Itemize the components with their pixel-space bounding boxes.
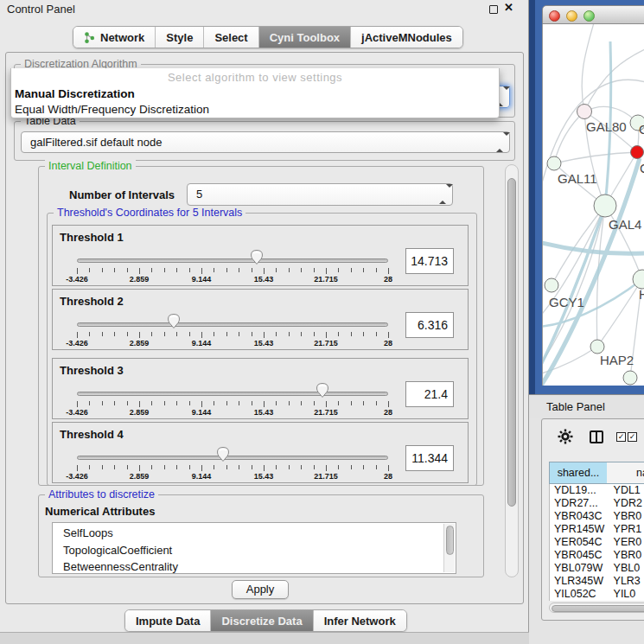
slider-thumb[interactable] (250, 249, 264, 265)
tab-style[interactable]: Style (156, 27, 204, 48)
dropdown-option-manual-discretization[interactable]: Manual Discretization (15, 87, 135, 100)
slider-tick (326, 465, 327, 471)
slider-tick (214, 268, 214, 272)
table-row[interactable]: YPR145WYPR1 (550, 523, 644, 536)
zoom-traffic-light[interactable] (583, 10, 595, 22)
slider-tick (264, 268, 265, 274)
network-node-gal80[interactable] (577, 105, 592, 119)
slider-track[interactable] (77, 322, 388, 327)
tab-cyni-toolbox[interactable]: Cyni Toolbox (259, 27, 351, 48)
table-row[interactable]: YER054CYER0 (550, 536, 644, 549)
network-graph[interactable]: GAL80G.CGAL11GAL4GCY1HHAP2 (543, 24, 644, 386)
table-cell[interactable]: YBR043C (550, 510, 608, 523)
table-cell[interactable]: YDR2 (608, 497, 644, 510)
checkbox-icon[interactable]: ✓ (616, 432, 626, 442)
slider-thumb[interactable] (316, 382, 329, 399)
slider-tick (338, 332, 339, 336)
table-cell[interactable]: YPR1 (608, 523, 644, 536)
threshold-label: Threshold 4 (60, 428, 124, 441)
slider-tick (226, 332, 227, 336)
table-cell[interactable]: YDL19... (550, 484, 608, 497)
network-node-gal11[interactable] (547, 156, 561, 170)
tab-select[interactable]: Select (204, 27, 258, 48)
attribute-item-betweennesscentrality[interactable]: BetweennessCentrality (53, 558, 456, 574)
table-row[interactable]: YIL052CYIL0 (550, 588, 644, 601)
slider-tick-label: 9.144 (192, 408, 212, 417)
table-row[interactable]: YLR345WYLR3 (550, 575, 644, 588)
slider-tick (351, 268, 352, 272)
desktop-edge (529, 0, 535, 394)
close-icon[interactable]: ✕ (504, 1, 513, 14)
table-cell[interactable]: YIL0 (608, 588, 644, 601)
network-node-label-gal-top-right: G. (639, 122, 644, 137)
slider-track[interactable] (77, 258, 388, 263)
table-row[interactable]: YBR045CYBR0 (550, 549, 644, 562)
attribute-item-selfloops[interactable]: SelfLoops (53, 525, 456, 542)
tab-network[interactable]: Network (73, 27, 156, 48)
slider-thumb[interactable] (216, 446, 230, 462)
table-cell[interactable]: YBL0 (608, 562, 644, 575)
close-traffic-light[interactable] (549, 10, 560, 22)
float-window-icon[interactable] (489, 5, 498, 14)
table-cell[interactable]: YBR0 (608, 510, 644, 523)
checkbox-icon[interactable]: ✓ (628, 432, 637, 442)
settings-scrollbar[interactable] (505, 164, 519, 577)
slider-tick (351, 465, 352, 469)
minimize-traffic-light[interactable] (566, 10, 577, 22)
tab-jactivemnodules[interactable]: jActiveMNodules (351, 27, 462, 48)
table-cell[interactable]: YER0 (608, 536, 644, 549)
tab-infer-network[interactable]: Infer Network (314, 610, 406, 631)
slider-tick-label: 2.859 (130, 472, 150, 481)
column-header-name[interactable]: na (607, 462, 644, 484)
table-cell[interactable]: YDR27... (550, 497, 608, 510)
table-row[interactable]: YDR27...YDR2 (550, 497, 644, 510)
threshold-value-field[interactable]: 11.344 (405, 445, 454, 471)
split-column-icon[interactable] (590, 430, 603, 443)
slider-tick (338, 401, 339, 405)
table-row[interactable]: YDL19...YDL1 (550, 484, 644, 497)
table-cell[interactable]: YBL079W (550, 562, 608, 575)
num-intervals-combobox[interactable]: 5 (187, 183, 453, 206)
table-cell[interactable]: YDL1 (608, 484, 644, 497)
table-row[interactable]: YBL079WYBL0 (550, 562, 644, 575)
table-cell[interactable]: YLR3 (608, 575, 644, 588)
network-node-bottom-node[interactable] (623, 371, 637, 385)
table-cell[interactable]: YER054C (550, 536, 608, 549)
table-row[interactable]: YBR043CYBR0 (550, 510, 644, 523)
table-cell[interactable]: YPR145W (550, 523, 608, 536)
network-node-red-node[interactable] (631, 146, 644, 159)
threshold-value-field[interactable]: 14.713 (405, 248, 454, 274)
attribute-item-topologicalcoefficient[interactable]: TopologicalCoefficient (53, 542, 456, 559)
slider-tick (252, 332, 252, 336)
table-cell[interactable]: YIL052C (550, 588, 608, 601)
threshold-value-field[interactable]: 21.4 (405, 381, 454, 407)
slider-tick (226, 465, 227, 469)
tab-impute-data[interactable]: Impute Data (125, 610, 211, 631)
node-table-header: shared... na (549, 462, 644, 484)
network-window-titlebar[interactable] (542, 5, 644, 24)
network-node-gal4[interactable] (594, 194, 616, 217)
top-tab-bar: NetworkStyleSelectCyni ToolboxjActiveMNo… (73, 26, 463, 48)
slider-track[interactable] (77, 392, 388, 396)
table-cell[interactable]: YBR0 (608, 549, 644, 562)
table-cell[interactable]: YLR345W (550, 575, 608, 588)
table-cell[interactable]: YBR045C (550, 549, 608, 562)
table-data-combobox[interactable]: galFiltered.sif default node (21, 131, 510, 153)
slider-tick (388, 465, 389, 471)
column-header-shared-name[interactable]: shared... (549, 462, 607, 484)
table-hscrollbar-thumb[interactable] (552, 605, 644, 612)
settings-scrollbar-thumb[interactable] (507, 178, 516, 507)
apply-button[interactable]: Apply (232, 580, 289, 599)
threshold-value-field[interactable]: 6.316 (405, 312, 454, 338)
dropdown-option-equal-width-frequency[interactable]: Equal Width/Frequency Discretization (15, 103, 209, 116)
slider-thumb[interactable] (167, 313, 181, 329)
attributes-list-scrollbar[interactable] (443, 524, 455, 572)
table-hscrollbar[interactable] (549, 603, 644, 613)
slider-track[interactable] (77, 456, 388, 460)
tab-discretize-data[interactable]: Discretize Data (211, 610, 313, 631)
network-canvas[interactable]: GAL80G.CGAL11GAL4GCY1HHAP2 (542, 24, 644, 386)
slider-tick (363, 401, 364, 405)
network-node-gcy1[interactable] (545, 278, 558, 292)
network-node-hap2[interactable] (590, 340, 604, 354)
gear-icon[interactable] (558, 429, 573, 448)
